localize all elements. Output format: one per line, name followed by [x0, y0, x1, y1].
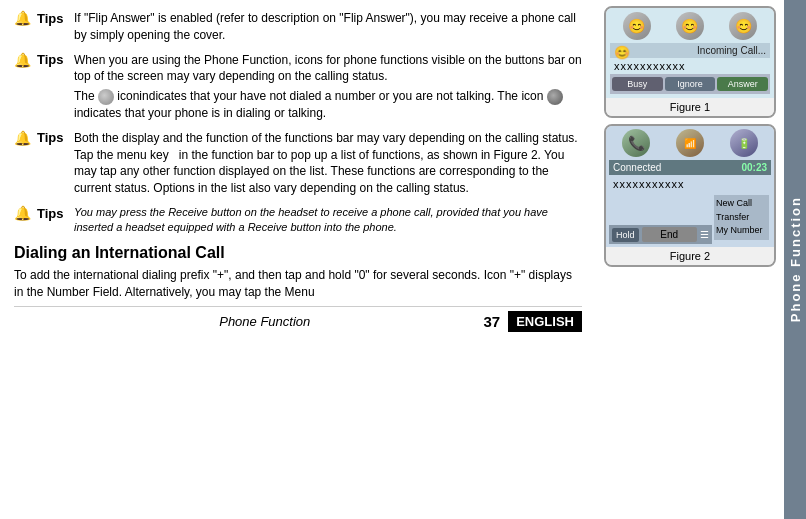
dialing-section: Dialing an International Call To add the…: [14, 244, 582, 301]
tip-label-4: 🔔 Tips: [14, 205, 74, 221]
fig2-icon-2: 📶: [676, 129, 704, 157]
tip-body-3: Both the display and the function of the…: [74, 130, 582, 197]
right-section: 😊 😊 😊 😊 Incoming Call... xxxxxxxxxxx Bus…: [596, 0, 806, 519]
dialing-title: Dialing an International Call: [14, 244, 582, 262]
fig1-smiley: 😊: [614, 45, 630, 60]
figure-1-top-bar: 😊 😊 😊: [610, 12, 770, 40]
figure-2-label: Figure 2: [606, 247, 774, 265]
tip-label-1: 🔔 Tips: [14, 10, 74, 26]
fig1-icon-3: 😊: [729, 12, 757, 40]
tip-text-label-1: Tips: [37, 11, 64, 26]
fig2-time: 00:23: [741, 162, 767, 173]
fig2-side-menu: New Call Transfer My Number: [714, 195, 769, 240]
tip-body-2-sub: The iconindicates that your have not dia…: [74, 88, 582, 122]
tip-row-2: 🔔 Tips When you are using the Phone Func…: [14, 52, 582, 122]
figures-container: 😊 😊 😊 😊 Incoming Call... xxxxxxxxxxx Bus…: [596, 6, 784, 267]
tip-label-3: 🔔 Tips: [14, 130, 74, 146]
tip-text-label-2: Tips: [37, 52, 64, 67]
dialing-text: To add the international dialing prefix …: [14, 267, 582, 301]
side-tab: Phone Function: [784, 0, 806, 519]
tip-icon-2: 🔔: [14, 52, 31, 68]
fig2-menu-icon[interactable]: ☰: [700, 229, 709, 240]
tip-body-4: You may press the Receive button on the …: [74, 205, 582, 236]
figure-1-label: Figure 1: [606, 98, 774, 116]
footer-title: Phone Function: [54, 314, 476, 329]
footer: Phone Function 37 ENGLISH: [14, 306, 582, 332]
tip-label-2: 🔔 Tips: [14, 52, 74, 68]
fig1-buttons: Busy Ignore Answer: [610, 74, 770, 94]
footer-page: 37: [484, 313, 501, 330]
figure-1: 😊 😊 😊 😊 Incoming Call... xxxxxxxxxxx Bus…: [604, 6, 776, 118]
tip-icon-3: 🔔: [14, 130, 31, 146]
fig2-connected-bar: Connected 00:23: [609, 160, 771, 175]
fig1-number: xxxxxxxxxxx: [610, 58, 770, 74]
fig2-end-btn[interactable]: End: [642, 227, 697, 242]
fig1-busy-btn[interactable]: Busy: [612, 77, 663, 91]
fig1-ignore-btn[interactable]: Ignore: [665, 77, 716, 91]
tip-icon-1: 🔔: [14, 10, 31, 26]
side-tab-label: Phone Function: [788, 196, 803, 322]
main-content: 🔔 Tips If "Flip Answer" is enabled (refe…: [0, 0, 596, 519]
fig1-answer-btn[interactable]: Answer: [717, 77, 768, 91]
fig2-bottom-bar: Hold End ☰: [609, 225, 712, 244]
fig1-status-bar: 😊 Incoming Call...: [610, 43, 770, 58]
tip-text-label-4: Tips: [37, 206, 64, 221]
fig2-number: xxxxxxxxxxx: [609, 175, 771, 193]
icon-dialing: [547, 89, 563, 105]
fig2-icon-3: 🔋: [730, 129, 758, 157]
fig2-connected-label: Connected: [613, 162, 661, 173]
tip-body-2-container: When you are using the Phone Function, i…: [74, 52, 582, 122]
figure-1-screen: 😊 😊 😊 😊 Incoming Call... xxxxxxxxxxx Bus…: [606, 8, 774, 98]
tip-body-2: When you are using the Phone Function, i…: [74, 52, 582, 86]
tip-row-4: 🔔 Tips You may press the Receive button …: [14, 205, 582, 236]
tip-body-1: If "Flip Answer" is enabled (refer to de…: [74, 10, 582, 44]
icon-not-dialing: [98, 89, 114, 105]
fig1-icon-1: 😊: [623, 12, 651, 40]
fig2-hold-btn[interactable]: Hold: [612, 228, 639, 242]
tip-row-1: 🔔 Tips If "Flip Answer" is enabled (refe…: [14, 10, 582, 44]
tip-text-label-3: Tips: [37, 130, 64, 145]
fig2-icon-1: 📞: [622, 129, 650, 157]
fig2-body: xxxxxxxxxxx New Call Transfer My Number: [609, 175, 771, 225]
fig2-menu-item-2[interactable]: Transfer: [716, 211, 767, 225]
fig2-menu-item-3[interactable]: My Number: [716, 224, 767, 238]
fig2-menu-item-1[interactable]: New Call: [716, 197, 767, 211]
tip-row-3: 🔔 Tips Both the display and the function…: [14, 130, 582, 197]
figure-2-screen: 📞 📶 🔋 Connected 00:23 xxxxxxxxxxx New Ca…: [606, 126, 774, 247]
figure-2-top-bar: 📞 📶 🔋: [609, 129, 771, 157]
tip-icon-4: 🔔: [14, 205, 31, 221]
figure-2: 📞 📶 🔋 Connected 00:23 xxxxxxxxxxx New Ca…: [604, 124, 776, 267]
footer-lang: ENGLISH: [508, 311, 582, 332]
fig1-icon-2: 😊: [676, 12, 704, 40]
fig1-incoming-call: Incoming Call...: [697, 45, 766, 56]
